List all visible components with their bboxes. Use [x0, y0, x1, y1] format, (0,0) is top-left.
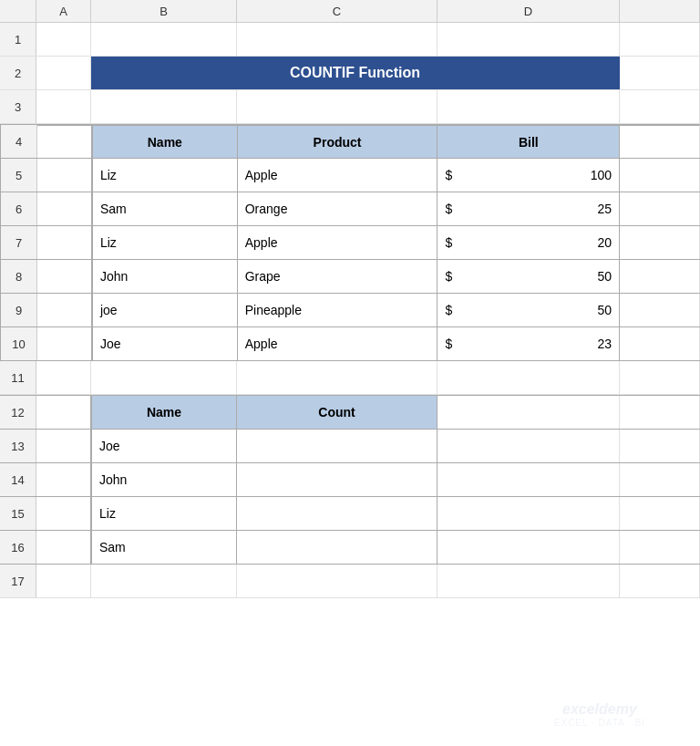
row-num-3: 3: [0, 90, 36, 123]
cell-c1: [237, 23, 438, 56]
cell-b9: joe: [92, 294, 238, 326]
amount-7: 20: [456, 235, 612, 250]
cell-c8: Grape: [238, 260, 438, 293]
row-1: 1: [0, 23, 700, 57]
row-num-12: 12: [0, 396, 36, 429]
row-num-17: 17: [0, 565, 36, 597]
cell-c13: [237, 430, 438, 462]
cell-b17: [91, 565, 237, 597]
cell-d15: [438, 497, 620, 530]
cell-a13: [36, 430, 91, 462]
dollar-sign-6: $: [445, 202, 452, 216]
cell-e4: [620, 125, 700, 158]
cell-a2: [36, 57, 91, 89]
table1-header-bill: Bill: [438, 125, 620, 158]
cell-a15: [36, 497, 91, 530]
cell-d13: [438, 430, 620, 462]
cell-d6: $ 25: [438, 192, 620, 225]
table1-header-name: Name: [92, 125, 238, 158]
cell-b13: Joe: [91, 430, 237, 462]
cell-c11: [237, 361, 438, 394]
cell-d12: [438, 396, 620, 429]
amount-9: 50: [456, 303, 612, 317]
cell-d11: [438, 361, 620, 394]
row-12: 12 Name Count: [0, 395, 700, 430]
row-num-14: 14: [0, 463, 36, 496]
dollar-sign-7: $: [445, 235, 452, 250]
cell-d17: [438, 565, 620, 597]
row-5: 5 Liz Apple $ 100: [0, 159, 700, 192]
cell-c5: Apple: [238, 159, 438, 192]
cell-b5: Liz: [92, 159, 238, 192]
cell-c15: [237, 497, 438, 530]
cell-d3: [438, 90, 620, 123]
cell-e5: [620, 159, 700, 192]
cell-b14: John: [91, 463, 237, 496]
row-num-11: 11: [0, 361, 36, 394]
row-2: 2 COUNTIF Function: [0, 57, 700, 90]
cell-e10: [620, 327, 700, 360]
cell-a4: [37, 125, 92, 158]
dollar-sign-9: $: [445, 303, 452, 317]
row-num-4: 4: [1, 125, 37, 158]
cell-c17: [237, 565, 438, 597]
row-4: 4 Name Product Bill: [0, 124, 700, 159]
cell-e8: [620, 260, 700, 293]
cell-c14: [237, 463, 438, 496]
cell-a17: [36, 565, 91, 597]
cell-a11: [36, 361, 91, 394]
cell-e14: [620, 463, 700, 496]
cell-e6: [620, 192, 700, 225]
cell-a3: [36, 90, 91, 123]
row-num-10: 10: [1, 327, 37, 360]
row-num-6: 6: [1, 192, 37, 225]
watermark-logo: exceldemy: [554, 701, 645, 718]
cell-b11: [91, 361, 237, 394]
row-num-9: 9: [1, 294, 37, 326]
cell-d16: [438, 531, 620, 564]
cell-d10: $ 23: [438, 327, 620, 360]
amount-8: 50: [456, 269, 612, 284]
cell-a9: [37, 294, 92, 326]
spreadsheet-title: COUNTIF Function: [91, 57, 620, 89]
cell-a12: [36, 396, 91, 429]
cell-a7: [37, 226, 92, 259]
col-header-d: D: [438, 0, 620, 22]
amount-6: 25: [456, 202, 612, 216]
table2-header-count: Count: [237, 396, 438, 429]
spreadsheet: A B C D 1 2 COUNTIF Function 3 4 Name Pr…: [0, 0, 700, 746]
row-14: 14 John: [0, 463, 700, 497]
watermark-tagline: EXCEL · DATA · BI: [554, 718, 645, 728]
cell-c16: [237, 531, 438, 564]
cell-a6: [37, 192, 92, 225]
cell-d14: [438, 463, 620, 496]
col-header-e: [620, 0, 700, 22]
row-15: 15 Liz: [0, 497, 700, 531]
cell-c9: Pineapple: [238, 294, 438, 326]
amount-5: 100: [456, 168, 612, 182]
cell-e1: [620, 23, 700, 56]
cell-a8: [37, 260, 92, 293]
cell-a10: [37, 327, 92, 360]
cell-b6: Sam: [92, 192, 238, 225]
row-11: 11: [0, 361, 700, 395]
table2-header-name: Name: [91, 396, 237, 429]
dollar-sign-8: $: [445, 269, 452, 284]
cell-e15: [620, 497, 700, 530]
row-16: 16 Sam: [0, 531, 700, 565]
cell-e3: [620, 90, 700, 123]
cell-e16: [620, 531, 700, 564]
cell-e17: [620, 565, 700, 597]
cell-d5: $ 100: [438, 159, 620, 192]
row-num-1: 1: [0, 23, 36, 56]
cell-a1: [36, 23, 91, 56]
cell-b16: Sam: [91, 531, 237, 564]
cell-a14: [36, 463, 91, 496]
cell-a5: [37, 159, 92, 192]
row-num-13: 13: [0, 430, 36, 462]
cell-d1: [438, 23, 620, 56]
row-num-5: 5: [1, 159, 37, 192]
row-num-15: 15: [0, 497, 36, 530]
dollar-sign-10: $: [445, 337, 452, 351]
row-10: 10 Joe Apple $ 23: [0, 327, 700, 361]
